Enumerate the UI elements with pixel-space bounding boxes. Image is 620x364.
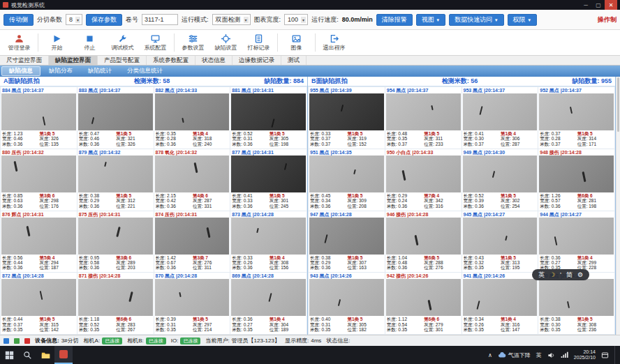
toolbar-button-document[interactable]: 打标记录 [242,31,275,54]
defect-cell[interactable]: 874 压伤 |20:14:31长度: 1.42宽度: 0.67米数: 0.36… [154,211,230,273]
subtab-defect-info[interactable]: 缺陷信息 [1,66,40,76]
defect-cell[interactable]: 869 黑点 |20:14:28长度: 0.36宽度: 0.27米数: 0.35… [230,273,307,334]
gear-icon[interactable]: ⚙ [577,271,583,278]
input-method-widget[interactable]: 英 ☽ ’ 简 ⚙ [532,269,589,280]
defect-cell[interactable]: 948 接伤 |20:14:28长度: 1.26宽度: 0.57米数: 0.36… [538,149,614,211]
defect-cell[interactable]: 873 黑点 |20:14:28长度: 0.33宽度: 0.26米数: 0.36… [230,211,307,273]
chart-width-select[interactable]: 100 ▾ [284,14,308,25]
roll-number-input[interactable]: 3117-1 [142,14,178,25]
defect-image[interactable] [386,218,461,255]
permission-menu-button[interactable]: 权限 ▼ [508,14,537,26]
defect-image[interactable] [78,93,153,130]
defect-image[interactable] [309,156,384,192]
defect-image[interactable] [155,93,230,130]
ime-english-label[interactable]: 英 [538,271,545,280]
tab-defect-monitor[interactable]: 缺陷监控界面 [49,56,98,65]
defect-cell[interactable]: 882 黑点 |20:14:33长度: 0.35宽度: 0.28米数: 0.36… [154,87,230,149]
defect-cell[interactable]: 877 黑点 |20:14:31长度: 0.41宽度: 0.33米数: 0.36… [230,149,307,211]
defect-image[interactable] [463,156,538,192]
defect-image[interactable] [78,218,153,255]
defect-image[interactable] [539,156,614,192]
defect-cell[interactable]: 949 黑点 |20:14:30长度: 0.52宽度: 0.39米数: 0.36… [462,149,538,211]
defect-cell[interactable]: 870 黑点 |20:14:28长度: 0.39宽度: 0.31米数: 0.35… [154,273,230,334]
defect-cell[interactable]: 878 氧化 |20:14:32长度: 2.15宽度: 0.42米数: 0.36… [154,149,230,211]
weather-widget[interactable]: 气温下降 [498,351,531,359]
defect-image[interactable] [231,279,306,316]
defect-image[interactable] [309,93,384,130]
defect-image[interactable] [1,156,76,192]
defect-image[interactable] [539,93,614,130]
defect-image[interactable] [1,218,76,255]
subtab-defect-stats[interactable]: 缺陷统计 [81,66,119,76]
toolbar-button-wrench[interactable]: 调试模式 [106,31,139,54]
defect-image[interactable] [463,93,538,130]
network-button[interactable] [561,351,568,359]
toolbar-button-monitor[interactable]: 系统配置 [139,31,172,54]
scrollbar-thumb[interactable] [617,77,619,132]
moon-icon[interactable]: ☽ [549,271,555,278]
defect-cell[interactable]: 947 黑点 |20:14:28长度: 0.38宽度: 0.29米数: 0.36… [309,211,385,273]
defect-cell[interactable]: 945 黑点 |20:14:27长度: 0.43宽度: 0.32米数: 0.35… [462,211,538,273]
tab-size-monitor[interactable]: 尺寸监控界面 [0,56,49,65]
toolbar-button-target[interactable]: 缺陷设置 [209,31,242,54]
quick-access-menu-button[interactable]: 数据快速访问 ▼ [449,14,503,26]
tab-edge-data-log[interactable]: 边缘数据记录 [232,56,281,65]
toolbar-button-image[interactable]: 图像 [280,31,313,54]
defect-image[interactable] [155,218,230,255]
defect-cell[interactable]: 951 黑点 |20:14:35长度: 0.45宽度: 0.34米数: 0.36… [309,149,385,211]
defect-image[interactable] [78,156,153,192]
toolbar-button-sliders[interactable]: 参数设置 [177,31,209,54]
scrollbar[interactable] [616,77,620,335]
clear-alarm-button[interactable]: 清除报警 [376,14,413,26]
slits-select[interactable]: 8 ▾ [66,14,82,25]
tab-test[interactable]: 测试 [281,56,307,65]
defect-image[interactable] [231,156,306,192]
minimize-button[interactable]: ─ [580,0,592,10]
defect-image[interactable] [78,279,153,316]
defect-cell[interactable]: 954 黑点 |20:14:37长度: 0.48宽度: 0.35米数: 0.37… [385,87,462,149]
defect-image[interactable] [231,93,306,130]
defect-image[interactable] [386,156,461,192]
defect-cell[interactable]: 880 压伤 |20:14:32长度: 0.85宽度: 0.63米数: 0.36… [1,149,77,211]
defect-cell[interactable]: 953 黑点 |20:14:37长度: 0.41宽度: 0.30米数: 0.37… [462,87,538,149]
toolbar-button-exit[interactable]: 退出程序 [318,31,350,54]
clock[interactable]: 20:14 2025/2/10 [574,349,596,361]
defect-image[interactable] [309,279,384,316]
defect-cell[interactable]: 943 黑点 |20:14:26长度: 0.40宽度: 0.31米数: 0.35… [309,273,385,334]
language-indicator[interactable]: 英 [536,351,542,359]
defect-cell[interactable]: 876 辉点 |20:14:31长度: 0.56宽度: 0.44米数: 0.36… [1,211,77,273]
subtab-class-stats[interactable]: 分类信息统计 [120,66,170,76]
volume-button[interactable] [547,351,555,359]
run-mode-select[interactable]: 双面检测 ▾ [212,14,251,25]
defect-image[interactable] [386,279,461,316]
ime-apostrophe[interactable]: ’ [560,271,561,278]
show-desktop-button[interactable] [614,346,617,364]
defect-image[interactable] [386,93,461,130]
tab-product-config[interactable]: 产品型号配置 [98,56,147,65]
defect-cell[interactable]: 944 黑点 |20:14:27长度: 0.36宽度: 0.27米数: 0.35… [538,211,614,273]
defect-cell[interactable]: 884 黑点 |20:14:37长度: 1.23宽度: 0.46米数: 0.36… [1,87,77,149]
defect-cell[interactable]: 875 压伤 |20:14:31长度: 0.95宽度: 0.58米数: 0.36… [78,211,154,273]
file-explorer-button[interactable] [36,346,54,364]
defect-image[interactable] [155,279,230,316]
defect-image[interactable] [463,218,538,255]
toolbar-button-stop[interactable]: 停止 [73,31,106,54]
tab-system-params[interactable]: 系统参数配置 [147,56,195,65]
defect-cell[interactable]: 952 黑点 |20:14:37长度: 0.37宽度: 0.28米数: 0.37… [538,87,614,149]
save-params-button[interactable]: 保存参数 [86,14,122,26]
transmission-side-button[interactable]: 传动侧 [3,14,34,26]
defect-cell[interactable]: 883 黑点 |20:14:37长度: 0.47宽度: 0.46米数: 0.36… [78,87,154,149]
defect-image[interactable] [155,156,230,192]
search-button[interactable] [18,346,36,364]
maximize-button[interactable]: ▢ [592,0,605,10]
subtab-defect-distribution[interactable]: 缺陷分布 [42,66,80,76]
ime-simplified-label[interactable]: 简 [566,271,573,280]
view-menu-button[interactable]: 视图 ▼ [416,14,445,26]
defect-image[interactable] [539,279,614,316]
defect-image[interactable] [309,218,384,255]
operation-mode-label[interactable]: 操作制 [598,15,617,24]
tab-status-info[interactable]: 状态信息 [195,56,232,65]
defect-image[interactable] [1,279,76,316]
defect-cell[interactable]: 879 黑点 |20:14:32长度: 0.38宽度: 0.29米数: 0.36… [78,149,154,211]
defect-image[interactable] [231,218,306,255]
